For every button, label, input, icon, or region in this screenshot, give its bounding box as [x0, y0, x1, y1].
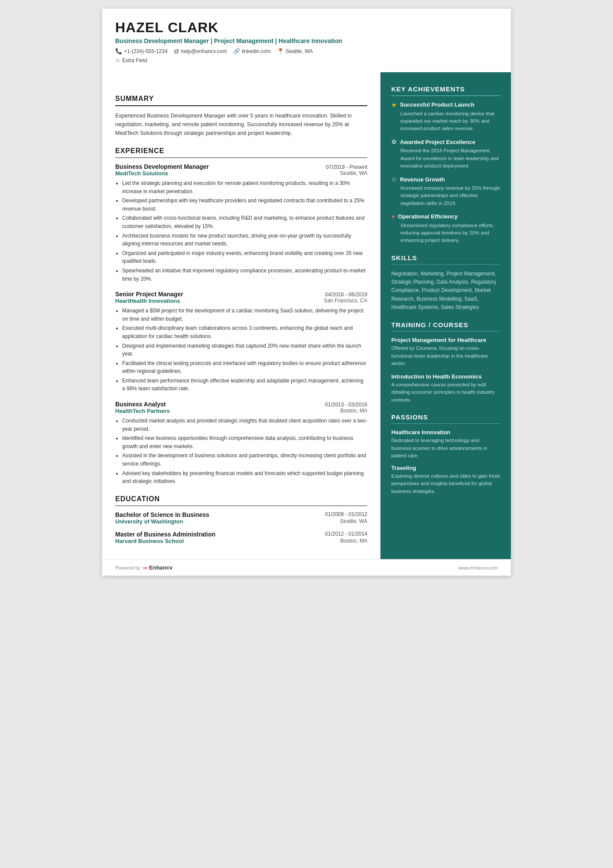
passion-title-2: Traveling [391, 465, 500, 471]
footer-website: www.enhancv.com [458, 565, 498, 570]
exp-header-2: Senior Project Manager 04/2016 - 06/2019 [115, 291, 367, 298]
achievement-item-2: ⚙ Awarded Project Excellence Received th… [391, 138, 500, 170]
ach-title-2: Awarded Project Excellence [400, 139, 475, 145]
training-title: TRAINING / COURSES [391, 321, 500, 328]
exp-bullet: Advised key stakeholders by presenting f… [122, 469, 367, 486]
heart-icon: ♥ [391, 213, 395, 220]
exp-date-1: 07/2019 - Present [326, 164, 367, 170]
exp-entry-2: Senior Project Manager 04/2016 - 06/2019… [115, 291, 367, 393]
heart-logo-icon: ∞ [143, 564, 148, 571]
contact-line: 📞 +1-(234)-555-1234 @ help@enhancv.com 🔗… [115, 48, 498, 54]
edu-date-1: 01/2008 - 01/2012 [325, 511, 367, 518]
exp-location-1: Seattle, WA [340, 170, 367, 177]
exp-bullet: Facilitated the clinical testing protoco… [122, 359, 367, 375]
edu-header-1: Bachelor of Science in Business 01/2008 … [115, 511, 367, 518]
exp-header-1: Business Development Manager 07/2019 - P… [115, 163, 367, 170]
exp-bullet: Spearheaded an initiative that improved … [122, 267, 367, 283]
summary-text: Experienced Business Development Manager… [115, 111, 367, 137]
exp-date-2: 04/2016 - 06/2019 [325, 292, 367, 298]
exp-bullets-1: Led the strategic planning and execution… [115, 179, 367, 283]
edu-degree-1: Bachelor of Science in Business [115, 511, 209, 518]
exp-company-line-2: HeartHealth Innovations San Francisco, C… [115, 298, 367, 304]
edu-school-line-2: Harvard Business School Boston, MA [115, 538, 367, 544]
contact-phone: 📞 +1-(234)-555-1234 [115, 48, 167, 54]
ach-desc-4: Streamlined regulatory compliance effort… [391, 222, 500, 245]
ach-title-1: Successful Product Launch [400, 101, 474, 108]
achievement-item-3: ☆ Revenue Growth Increased company reven… [391, 176, 500, 207]
exp-bullet: Assisted in the development of business … [122, 452, 367, 468]
achievements-divider [391, 95, 500, 96]
brand-name: Enhancv [149, 564, 173, 571]
exp-bullet: Collaborated with cross-functional teams… [122, 214, 367, 230]
skills-divider [391, 264, 500, 265]
ach-desc-1: Launched a cardiac monitoring device tha… [391, 110, 500, 133]
edu-degree-2: Master of Business Administration [115, 531, 216, 538]
exp-date-3: 01/2013 - 03/2016 [325, 402, 367, 408]
achievement-item-4: ♥ Operational Efficiency Streamlined reg… [391, 213, 500, 245]
edu-location-1: Seattle, WA [340, 518, 367, 525]
ach-title-3: Revenue Growth [400, 176, 445, 183]
training-desc-1: Offered by Coursera, focusing on cross-f… [391, 345, 500, 367]
edu-school-1: University of Washington [115, 518, 183, 525]
extra-field: ☆ Extra Field [115, 57, 147, 64]
exp-bullet: Executed multi-disciplinary team collabo… [122, 324, 367, 340]
gear-icon: ⚙ [391, 138, 397, 145]
training-item-1: Project Management for Healthcare Offere… [391, 337, 500, 367]
ach-desc-2: Received the 2018 Project Management Awa… [391, 147, 500, 170]
exp-company-1: MediTech Solutions [115, 170, 168, 177]
training-desc-2: A comprehensive course presented by edX … [391, 381, 500, 404]
linkedin-icon: 🔗 [233, 48, 240, 54]
edu-entry-2: Master of Business Administration 01/201… [115, 531, 367, 544]
edu-school-line-1: University of Washington Seattle, WA [115, 518, 367, 525]
passion-desc-2: Exploring diverse cultures and cities to… [391, 473, 500, 495]
exp-bullet: Developed partnerships with key healthca… [122, 197, 367, 213]
passions-title: PASSIONS [391, 413, 500, 421]
ach-desc-3: Increased company revenue by 25% through… [391, 184, 500, 207]
resume-page: HAZEL CLARK Business Development Manager… [102, 9, 511, 576]
edu-school-2: Harvard Business School [115, 538, 184, 544]
contact-linkedin: 🔗 linkedin.com [233, 48, 271, 54]
contact-email: @ help@enhancv.com [173, 48, 227, 54]
skills-title: SKILLS [391, 254, 500, 261]
training-divider [391, 331, 500, 332]
edu-entry-1: Bachelor of Science in Business 01/2008 … [115, 511, 367, 525]
exp-bullet: Organized and participated in major indu… [122, 249, 367, 265]
candidate-name: HAZEL CLARK [115, 20, 498, 36]
achievements-title: KEY ACHIEVEMENTS [391, 85, 500, 93]
exp-location-2: San Francisco, CA [324, 298, 367, 304]
education-title: EDUCATION [115, 495, 367, 503]
achievement-item-1: ★ Successful Product Launch Launched a c… [391, 101, 500, 133]
exp-title-3: Business Analyst [115, 401, 166, 408]
exp-entry-3: Business Analyst 01/2013 - 03/2016 Healt… [115, 401, 367, 486]
contact-location: 📍 Seattle, WA [277, 48, 313, 54]
passion-title-1: Healthcare Innovation [391, 429, 500, 436]
training-title-1: Project Management for Healthcare [391, 337, 500, 343]
achievement-header-2: ⚙ Awarded Project Excellence [391, 138, 500, 145]
exp-bullets-2: Managed a $5M project for the developmen… [115, 307, 367, 393]
exp-location-3: Boston, MA [340, 408, 367, 414]
experience-title: EXPERIENCE [115, 147, 367, 155]
exp-company-3: HealthTech Partners [115, 408, 170, 414]
star-icon: ★ [391, 101, 397, 108]
exp-bullet: Managed a $5M project for the developmen… [122, 307, 367, 323]
exp-company-line-3: HealthTech Partners Boston, MA [115, 408, 367, 414]
edu-location-2: Boston, MA [340, 538, 367, 544]
exp-bullet: Led the strategic planning and execution… [122, 179, 367, 195]
exp-company-line-1: MediTech Solutions Seattle, WA [115, 170, 367, 177]
powered-by-text: Powered by [115, 565, 140, 570]
phone-icon: 📞 [115, 48, 122, 54]
achievement-header-4: ♥ Operational Efficiency [391, 213, 500, 220]
exp-bullet: Identified new business opportunities th… [122, 434, 367, 450]
enhancv-logo: ∞ Enhancv [143, 564, 173, 571]
edu-date-2: 01/2012 - 01/2014 [325, 531, 367, 538]
passion-item-1: Healthcare Innovation Dedicated to lever… [391, 429, 500, 459]
edu-header-2: Master of Business Administration 01/201… [115, 531, 367, 538]
extra-field-line: ☆ Extra Field [115, 57, 498, 64]
exp-bullet: Enhanced team performance through effect… [122, 377, 367, 393]
star-outline-icon: ☆ [115, 57, 120, 64]
footer-left: Powered by ∞ Enhancv [115, 564, 173, 571]
location-icon: 📍 [277, 48, 284, 54]
passion-item-2: Traveling Exploring diverse cultures and… [391, 465, 500, 495]
exp-header-3: Business Analyst 01/2013 - 03/2016 [115, 401, 367, 408]
right-column: KEY ACHIEVEMENTS ★ Successful Product La… [380, 72, 511, 559]
